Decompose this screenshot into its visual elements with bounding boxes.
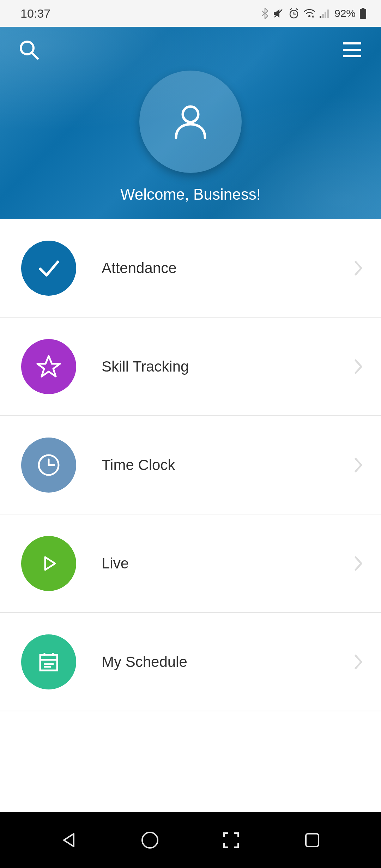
nav-recent-button[interactable]: [298, 826, 326, 854]
header-hero: Welcome, Business!: [0, 27, 381, 219]
hamburger-icon: [342, 42, 362, 58]
battery-icon: [359, 7, 367, 19]
battery-percent: 92%: [334, 7, 356, 19]
svg-point-22: [142, 832, 158, 848]
menu-list: Attendance Skill Tracking Time Clock Liv…: [0, 219, 381, 711]
check-icon: [21, 241, 76, 296]
play-icon: [21, 536, 76, 591]
search-button[interactable]: [18, 38, 40, 61]
chevron-right-icon: [353, 260, 363, 277]
menu-item-label: Attendance: [102, 260, 353, 277]
svg-rect-3: [320, 16, 321, 18]
circle-home-icon: [139, 830, 161, 851]
menu-item-label: Skill Tracking: [102, 358, 353, 375]
hamburger-menu-button[interactable]: [341, 38, 363, 61]
chevron-right-icon: [353, 555, 363, 572]
menu-item-time-clock[interactable]: Time Clock: [0, 416, 381, 514]
person-icon: [171, 102, 210, 141]
status-time: 10:37: [20, 7, 50, 20]
status-icons: 92%: [261, 7, 367, 19]
svg-rect-8: [362, 8, 364, 9]
bluetooth-icon: [261, 7, 269, 19]
status-bar: 10:37 92%: [0, 0, 381, 27]
nav-home-button[interactable]: [136, 826, 164, 854]
chevron-right-icon: [353, 358, 363, 375]
svg-rect-23: [306, 834, 319, 846]
svg-point-2: [308, 15, 310, 17]
chevron-right-icon: [353, 457, 363, 474]
svg-rect-4: [322, 14, 324, 18]
avatar-button[interactable]: [139, 71, 242, 173]
menu-item-my-schedule[interactable]: My Schedule: [0, 613, 381, 711]
calendar-icon: [21, 634, 76, 689]
menu-item-label: Live: [102, 555, 353, 572]
menu-item-attendance[interactable]: Attendance: [0, 219, 381, 318]
clock-icon: [21, 438, 76, 493]
search-icon: [18, 39, 40, 61]
star-icon: [21, 339, 76, 394]
capture-icon: [221, 830, 241, 850]
svg-point-14: [183, 107, 198, 122]
mute-icon: [272, 7, 284, 19]
svg-line-10: [32, 53, 38, 59]
chevron-right-icon: [353, 653, 363, 670]
menu-item-live[interactable]: Live: [0, 514, 381, 613]
menu-item-label: Time Clock: [102, 457, 353, 474]
menu-item-label: My Schedule: [102, 653, 353, 670]
menu-item-skill-tracking[interactable]: Skill Tracking: [0, 318, 381, 416]
nav-screenshot-button[interactable]: [217, 826, 245, 854]
alarm-icon: [288, 7, 300, 19]
welcome-text: Welcome, Business!: [120, 186, 261, 203]
svg-rect-16: [40, 655, 57, 670]
svg-rect-5: [325, 12, 326, 18]
wifi-icon: [303, 8, 315, 19]
signal-icon: [319, 8, 331, 19]
nav-back-button[interactable]: [55, 826, 83, 854]
system-nav-bar: [0, 812, 381, 868]
square-recent-icon: [303, 831, 321, 849]
svg-rect-6: [327, 10, 329, 18]
svg-rect-7: [360, 9, 366, 19]
triangle-back-icon: [58, 830, 79, 851]
